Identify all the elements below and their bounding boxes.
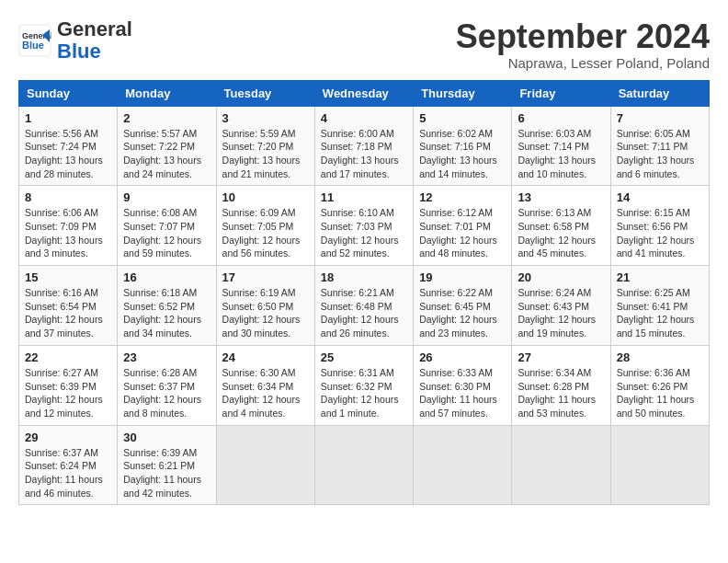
day-info: Sunrise: 6:15 AMSunset: 6:56 PMDaylight:… bbox=[617, 206, 703, 260]
calendar-day-29: 29Sunrise: 6:37 AMSunset: 6:24 PMDayligh… bbox=[19, 425, 118, 505]
calendar-day-28: 28Sunrise: 6:36 AMSunset: 6:26 PMDayligh… bbox=[610, 345, 709, 425]
calendar-week-4: 22Sunrise: 6:27 AMSunset: 6:39 PMDayligh… bbox=[19, 345, 710, 425]
calendar-day-17: 17Sunrise: 6:19 AMSunset: 6:50 PMDayligh… bbox=[216, 266, 314, 346]
calendar-day-13: 13Sunrise: 6:13 AMSunset: 6:58 PMDayligh… bbox=[512, 186, 610, 266]
day-info: Sunrise: 6:00 AMSunset: 7:18 PMDaylight:… bbox=[321, 127, 407, 181]
calendar-day-14: 14Sunrise: 6:15 AMSunset: 6:56 PMDayligh… bbox=[610, 186, 709, 266]
calendar-week-3: 15Sunrise: 6:16 AMSunset: 6:54 PMDayligh… bbox=[19, 266, 710, 346]
empty-day bbox=[512, 425, 610, 505]
day-info: Sunrise: 5:57 AMSunset: 7:22 PMDaylight:… bbox=[123, 127, 210, 181]
calendar-day-6: 6Sunrise: 6:03 AMSunset: 7:14 PMDaylight… bbox=[512, 106, 610, 186]
calendar-day-5: 5Sunrise: 6:02 AMSunset: 7:16 PMDaylight… bbox=[414, 106, 512, 186]
page-header: General Blue General Blue September 2024… bbox=[18, 18, 710, 71]
day-number: 10 bbox=[222, 190, 309, 204]
day-number: 13 bbox=[518, 190, 604, 204]
calendar-day-7: 7Sunrise: 6:05 AMSunset: 7:11 PMDaylight… bbox=[610, 106, 709, 186]
day-info: Sunrise: 6:05 AMSunset: 7:11 PMDaylight:… bbox=[617, 127, 703, 181]
logo-icon: General Blue bbox=[18, 24, 51, 57]
day-info: Sunrise: 6:34 AMSunset: 6:28 PMDaylight:… bbox=[518, 366, 604, 420]
day-number: 12 bbox=[419, 190, 506, 204]
header-friday: Friday bbox=[512, 80, 610, 106]
calendar-day-22: 22Sunrise: 6:27 AMSunset: 6:39 PMDayligh… bbox=[19, 345, 118, 425]
day-info: Sunrise: 6:24 AMSunset: 6:43 PMDaylight:… bbox=[518, 286, 604, 340]
day-number: 19 bbox=[419, 270, 506, 284]
day-number: 26 bbox=[419, 350, 506, 364]
day-number: 15 bbox=[25, 270, 111, 284]
calendar-day-11: 11Sunrise: 6:10 AMSunset: 7:03 PMDayligh… bbox=[314, 186, 413, 266]
location-subtitle: Naprawa, Lesser Poland, Poland bbox=[456, 55, 710, 71]
empty-day bbox=[216, 425, 314, 505]
calendar-day-16: 16Sunrise: 6:18 AMSunset: 6:52 PMDayligh… bbox=[118, 266, 216, 346]
empty-day bbox=[314, 425, 413, 505]
header-monday: Monday bbox=[118, 80, 216, 106]
day-info: Sunrise: 5:59 AMSunset: 7:20 PMDaylight:… bbox=[222, 127, 309, 181]
calendar-day-20: 20Sunrise: 6:24 AMSunset: 6:43 PMDayligh… bbox=[512, 266, 610, 346]
calendar-day-18: 18Sunrise: 6:21 AMSunset: 6:48 PMDayligh… bbox=[314, 266, 413, 346]
calendar-day-15: 15Sunrise: 6:16 AMSunset: 6:54 PMDayligh… bbox=[19, 266, 118, 346]
day-info: Sunrise: 6:03 AMSunset: 7:14 PMDaylight:… bbox=[518, 127, 604, 181]
day-number: 17 bbox=[222, 270, 309, 284]
header-thursday: Thursday bbox=[414, 80, 512, 106]
calendar-day-30: 30Sunrise: 6:39 AMSunset: 6:21 PMDayligh… bbox=[118, 425, 216, 505]
calendar-day-25: 25Sunrise: 6:31 AMSunset: 6:32 PMDayligh… bbox=[314, 345, 413, 425]
day-info: Sunrise: 6:28 AMSunset: 6:37 PMDaylight:… bbox=[123, 366, 210, 420]
day-info: Sunrise: 6:37 AMSunset: 6:24 PMDaylight:… bbox=[25, 446, 111, 500]
title-block: September 2024 Naprawa, Lesser Poland, P… bbox=[456, 18, 710, 71]
calendar-week-5: 29Sunrise: 6:37 AMSunset: 6:24 PMDayligh… bbox=[19, 425, 710, 505]
empty-day bbox=[414, 425, 512, 505]
day-info: Sunrise: 6:09 AMSunset: 7:05 PMDaylight:… bbox=[222, 206, 309, 260]
calendar-day-10: 10Sunrise: 6:09 AMSunset: 7:05 PMDayligh… bbox=[216, 186, 314, 266]
header-saturday: Saturday bbox=[610, 80, 709, 106]
logo-text: General Blue bbox=[57, 18, 132, 63]
calendar-day-21: 21Sunrise: 6:25 AMSunset: 6:41 PMDayligh… bbox=[610, 266, 709, 346]
header-tuesday: Tuesday bbox=[216, 80, 314, 106]
day-info: Sunrise: 6:16 AMSunset: 6:54 PMDaylight:… bbox=[25, 286, 111, 340]
day-number: 21 bbox=[617, 270, 703, 284]
day-number: 24 bbox=[222, 350, 309, 364]
calendar-day-9: 9Sunrise: 6:08 AMSunset: 7:07 PMDaylight… bbox=[118, 186, 216, 266]
day-info: Sunrise: 6:25 AMSunset: 6:41 PMDaylight:… bbox=[617, 286, 703, 340]
calendar-day-23: 23Sunrise: 6:28 AMSunset: 6:37 PMDayligh… bbox=[118, 345, 216, 425]
day-number: 6 bbox=[518, 111, 604, 125]
calendar-day-24: 24Sunrise: 6:30 AMSunset: 6:34 PMDayligh… bbox=[216, 345, 314, 425]
day-info: Sunrise: 5:56 AMSunset: 7:24 PMDaylight:… bbox=[25, 127, 111, 181]
day-number: 16 bbox=[123, 270, 210, 284]
day-number: 29 bbox=[25, 431, 111, 444]
day-number: 27 bbox=[518, 350, 604, 364]
calendar-header: Sunday Monday Tuesday Wednesday Thursday… bbox=[19, 80, 710, 106]
day-number: 4 bbox=[321, 111, 407, 125]
day-number: 8 bbox=[25, 190, 111, 204]
day-info: Sunrise: 6:27 AMSunset: 6:39 PMDaylight:… bbox=[25, 366, 111, 420]
day-number: 23 bbox=[123, 350, 210, 364]
calendar-week-2: 8Sunrise: 6:06 AMSunset: 7:09 PMDaylight… bbox=[19, 186, 710, 266]
day-number: 1 bbox=[25, 111, 111, 125]
day-number: 25 bbox=[321, 350, 407, 364]
calendar-table: Sunday Monday Tuesday Wednesday Thursday… bbox=[18, 80, 710, 506]
day-info: Sunrise: 6:12 AMSunset: 7:01 PMDaylight:… bbox=[419, 206, 506, 260]
header-wednesday: Wednesday bbox=[314, 80, 413, 106]
day-number: 18 bbox=[321, 270, 407, 284]
calendar-body: 1Sunrise: 5:56 AMSunset: 7:24 PMDaylight… bbox=[19, 106, 710, 505]
day-number: 20 bbox=[518, 270, 604, 284]
calendar-day-1: 1Sunrise: 5:56 AMSunset: 7:24 PMDaylight… bbox=[19, 106, 118, 186]
day-info: Sunrise: 6:08 AMSunset: 7:07 PMDaylight:… bbox=[123, 206, 210, 260]
header-sunday: Sunday bbox=[19, 80, 118, 106]
day-number: 28 bbox=[617, 350, 703, 364]
day-number: 22 bbox=[25, 350, 111, 364]
calendar-day-26: 26Sunrise: 6:33 AMSunset: 6:30 PMDayligh… bbox=[414, 345, 512, 425]
day-info: Sunrise: 6:36 AMSunset: 6:26 PMDaylight:… bbox=[617, 366, 703, 420]
day-info: Sunrise: 6:02 AMSunset: 7:16 PMDaylight:… bbox=[419, 127, 506, 181]
day-info: Sunrise: 6:06 AMSunset: 7:09 PMDaylight:… bbox=[25, 206, 111, 260]
day-number: 2 bbox=[123, 111, 210, 125]
day-number: 30 bbox=[123, 431, 210, 444]
calendar-day-27: 27Sunrise: 6:34 AMSunset: 6:28 PMDayligh… bbox=[512, 345, 610, 425]
day-number: 3 bbox=[222, 111, 309, 125]
day-info: Sunrise: 6:13 AMSunset: 6:58 PMDaylight:… bbox=[518, 206, 604, 260]
day-info: Sunrise: 6:39 AMSunset: 6:21 PMDaylight:… bbox=[123, 446, 210, 500]
empty-day bbox=[610, 425, 709, 505]
day-number: 14 bbox=[617, 190, 703, 204]
calendar-week-1: 1Sunrise: 5:56 AMSunset: 7:24 PMDaylight… bbox=[19, 106, 710, 186]
day-info: Sunrise: 6:33 AMSunset: 6:30 PMDaylight:… bbox=[419, 366, 506, 420]
day-info: Sunrise: 6:31 AMSunset: 6:32 PMDaylight:… bbox=[321, 366, 407, 420]
calendar-day-8: 8Sunrise: 6:06 AMSunset: 7:09 PMDaylight… bbox=[19, 186, 118, 266]
